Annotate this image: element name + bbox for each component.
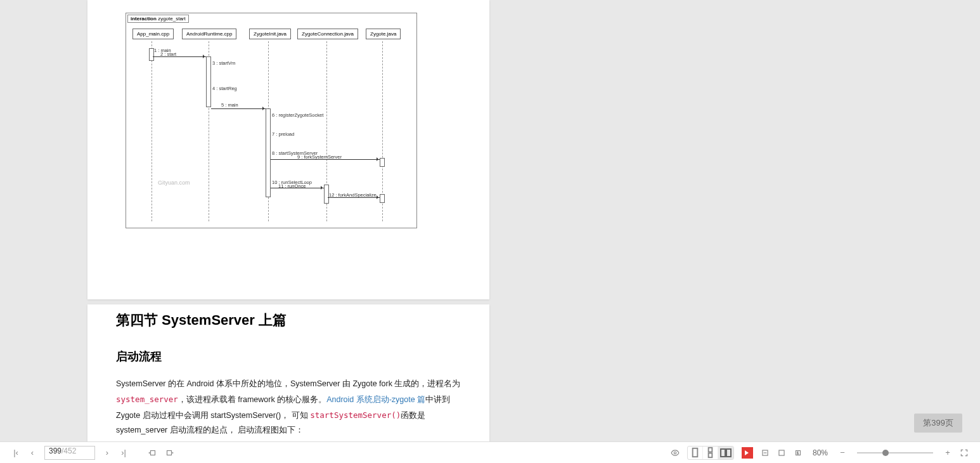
watermark: Gityuan.com xyxy=(158,179,190,186)
rotate-right-icon[interactable] xyxy=(163,447,176,459)
svg-rect-7 xyxy=(721,449,725,457)
last-page-button[interactable]: ›| xyxy=(117,447,130,459)
inline-code: system_server xyxy=(116,395,178,404)
fit-width-icon[interactable] xyxy=(759,447,771,459)
zoom-out-button[interactable]: − xyxy=(836,447,849,459)
page-top-left: interaction zygote_start App_main.cpp An… xyxy=(87,0,489,299)
svg-point-3 xyxy=(674,452,676,454)
svg-text:1: 1 xyxy=(797,452,799,455)
eye-icon[interactable] xyxy=(669,447,681,459)
lifeline-box: App_main.cpp xyxy=(132,29,174,39)
page-top-right: 第四节 SystemServer 上篇 启动流程 SystemServer 的在… xyxy=(87,304,489,441)
single-page-icon[interactable] xyxy=(688,447,703,459)
two-page-icon[interactable] xyxy=(718,447,733,459)
rotate-left-icon[interactable] xyxy=(146,447,159,459)
play-button[interactable] xyxy=(742,447,753,459)
bottom-toolbar: |‹ ‹ 399/452 › ›| 1 80% − + xyxy=(0,441,980,463)
sequence-diagram: interaction zygote_start App_main.cpp An… xyxy=(126,13,417,228)
zoom-in-button[interactable]: + xyxy=(941,447,954,459)
single-page-continuous-icon[interactable] xyxy=(703,447,718,459)
view-mode-toggle[interactable] xyxy=(687,446,734,460)
svg-rect-2 xyxy=(167,450,172,455)
inline-code: startSystemServer() xyxy=(310,410,401,420)
section-title: 第四节 SystemServer 上篇 xyxy=(116,311,461,330)
svg-rect-8 xyxy=(726,449,731,457)
svg-rect-6 xyxy=(709,453,712,457)
subsection-title: 启动流程 xyxy=(116,349,461,364)
page-number-input[interactable]: 399/452 xyxy=(44,446,95,460)
diagram-title: interaction zygote_start xyxy=(127,15,189,23)
svg-rect-1 xyxy=(151,450,155,455)
svg-rect-4 xyxy=(693,448,698,457)
prev-page-button[interactable]: ‹ xyxy=(26,447,39,459)
svg-rect-5 xyxy=(709,448,712,452)
document-viewport: interaction zygote_start App_main.cpp An… xyxy=(0,0,980,441)
actual-size-icon[interactable]: 1 xyxy=(792,447,804,459)
next-page-button[interactable]: › xyxy=(101,447,113,459)
page-badge: 第399页 xyxy=(914,414,962,433)
svg-rect-10 xyxy=(779,450,784,455)
lifeline-box: AndroidRuntime.cpp xyxy=(182,29,236,39)
first-page-button[interactable]: |‹ xyxy=(10,447,22,459)
zoom-slider[interactable] xyxy=(857,452,933,453)
link[interactable]: Android 系统启动-zygote 篇 xyxy=(326,395,425,404)
fit-page-icon[interactable] xyxy=(775,447,788,459)
fullscreen-button[interactable] xyxy=(958,447,970,459)
lifeline-box: ZygoteInit.java xyxy=(249,29,291,39)
lifeline-box: Zygote.java xyxy=(366,29,401,39)
lifeline-box: ZygoteConnection.java xyxy=(297,29,358,39)
body-paragraph: SystemServer 的在 Android 体系中所处的地位，SystemS… xyxy=(116,377,461,438)
zoom-level: 80% xyxy=(813,448,828,457)
